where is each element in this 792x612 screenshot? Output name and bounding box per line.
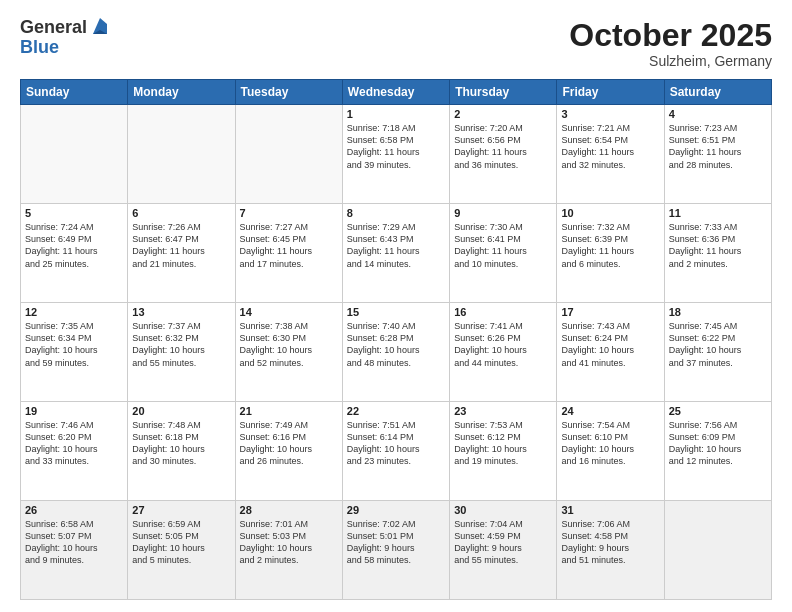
day-number: 20 — [132, 405, 230, 417]
day-number: 16 — [454, 306, 552, 318]
col-tuesday: Tuesday — [235, 80, 342, 105]
table-row — [128, 105, 235, 204]
table-row: 7Sunrise: 7:27 AMSunset: 6:45 PMDaylight… — [235, 204, 342, 303]
logo-general-text: General — [20, 18, 87, 38]
day-info: Sunrise: 7:01 AMSunset: 5:03 PMDaylight:… — [240, 518, 338, 567]
day-number: 23 — [454, 405, 552, 417]
day-info: Sunrise: 7:23 AMSunset: 6:51 PMDaylight:… — [669, 122, 767, 171]
day-number: 27 — [132, 504, 230, 516]
day-info: Sunrise: 6:58 AMSunset: 5:07 PMDaylight:… — [25, 518, 123, 567]
calendar-week-row: 1Sunrise: 7:18 AMSunset: 6:58 PMDaylight… — [21, 105, 772, 204]
day-number: 14 — [240, 306, 338, 318]
day-info: Sunrise: 7:26 AMSunset: 6:47 PMDaylight:… — [132, 221, 230, 270]
location-subtitle: Sulzheim, Germany — [569, 53, 772, 69]
table-row: 14Sunrise: 7:38 AMSunset: 6:30 PMDayligh… — [235, 303, 342, 402]
day-number: 12 — [25, 306, 123, 318]
table-row: 15Sunrise: 7:40 AMSunset: 6:28 PMDayligh… — [342, 303, 449, 402]
day-info: Sunrise: 7:46 AMSunset: 6:20 PMDaylight:… — [25, 419, 123, 468]
day-number: 31 — [561, 504, 659, 516]
table-row: 27Sunrise: 6:59 AMSunset: 5:05 PMDayligh… — [128, 501, 235, 600]
logo-icon — [89, 16, 111, 38]
day-number: 7 — [240, 207, 338, 219]
day-info: Sunrise: 7:04 AMSunset: 4:59 PMDaylight:… — [454, 518, 552, 567]
table-row: 16Sunrise: 7:41 AMSunset: 6:26 PMDayligh… — [450, 303, 557, 402]
table-row: 3Sunrise: 7:21 AMSunset: 6:54 PMDaylight… — [557, 105, 664, 204]
day-info: Sunrise: 7:30 AMSunset: 6:41 PMDaylight:… — [454, 221, 552, 270]
day-info: Sunrise: 7:37 AMSunset: 6:32 PMDaylight:… — [132, 320, 230, 369]
table-row: 11Sunrise: 7:33 AMSunset: 6:36 PMDayligh… — [664, 204, 771, 303]
header: General Blue October 2025 Sulzheim, Germ… — [20, 18, 772, 69]
day-info: Sunrise: 7:24 AMSunset: 6:49 PMDaylight:… — [25, 221, 123, 270]
calendar-week-row: 19Sunrise: 7:46 AMSunset: 6:20 PMDayligh… — [21, 402, 772, 501]
table-row: 5Sunrise: 7:24 AMSunset: 6:49 PMDaylight… — [21, 204, 128, 303]
day-number: 28 — [240, 504, 338, 516]
day-info: Sunrise: 6:59 AMSunset: 5:05 PMDaylight:… — [132, 518, 230, 567]
table-row: 24Sunrise: 7:54 AMSunset: 6:10 PMDayligh… — [557, 402, 664, 501]
day-number: 10 — [561, 207, 659, 219]
table-row: 9Sunrise: 7:30 AMSunset: 6:41 PMDaylight… — [450, 204, 557, 303]
day-info: Sunrise: 7:06 AMSunset: 4:58 PMDaylight:… — [561, 518, 659, 567]
day-number: 11 — [669, 207, 767, 219]
day-number: 15 — [347, 306, 445, 318]
day-number: 21 — [240, 405, 338, 417]
day-info: Sunrise: 7:40 AMSunset: 6:28 PMDaylight:… — [347, 320, 445, 369]
table-row: 21Sunrise: 7:49 AMSunset: 6:16 PMDayligh… — [235, 402, 342, 501]
table-row: 31Sunrise: 7:06 AMSunset: 4:58 PMDayligh… — [557, 501, 664, 600]
day-info: Sunrise: 7:45 AMSunset: 6:22 PMDaylight:… — [669, 320, 767, 369]
day-number: 26 — [25, 504, 123, 516]
calendar-week-row: 12Sunrise: 7:35 AMSunset: 6:34 PMDayligh… — [21, 303, 772, 402]
day-info: Sunrise: 7:35 AMSunset: 6:34 PMDaylight:… — [25, 320, 123, 369]
table-row: 6Sunrise: 7:26 AMSunset: 6:47 PMDaylight… — [128, 204, 235, 303]
col-saturday: Saturday — [664, 80, 771, 105]
table-row: 2Sunrise: 7:20 AMSunset: 6:56 PMDaylight… — [450, 105, 557, 204]
table-row: 25Sunrise: 7:56 AMSunset: 6:09 PMDayligh… — [664, 402, 771, 501]
title-block: October 2025 Sulzheim, Germany — [569, 18, 772, 69]
day-number: 5 — [25, 207, 123, 219]
day-info: Sunrise: 7:54 AMSunset: 6:10 PMDaylight:… — [561, 419, 659, 468]
day-info: Sunrise: 7:41 AMSunset: 6:26 PMDaylight:… — [454, 320, 552, 369]
calendar-table: Sunday Monday Tuesday Wednesday Thursday… — [20, 79, 772, 600]
calendar-header-row: Sunday Monday Tuesday Wednesday Thursday… — [21, 80, 772, 105]
day-info: Sunrise: 7:56 AMSunset: 6:09 PMDaylight:… — [669, 419, 767, 468]
day-number: 8 — [347, 207, 445, 219]
day-number: 6 — [132, 207, 230, 219]
col-wednesday: Wednesday — [342, 80, 449, 105]
table-row: 10Sunrise: 7:32 AMSunset: 6:39 PMDayligh… — [557, 204, 664, 303]
day-number: 29 — [347, 504, 445, 516]
day-number: 3 — [561, 108, 659, 120]
table-row: 28Sunrise: 7:01 AMSunset: 5:03 PMDayligh… — [235, 501, 342, 600]
table-row: 23Sunrise: 7:53 AMSunset: 6:12 PMDayligh… — [450, 402, 557, 501]
day-number: 9 — [454, 207, 552, 219]
calendar-page: General Blue October 2025 Sulzheim, Germ… — [0, 0, 792, 612]
table-row: 20Sunrise: 7:48 AMSunset: 6:18 PMDayligh… — [128, 402, 235, 501]
day-info: Sunrise: 7:20 AMSunset: 6:56 PMDaylight:… — [454, 122, 552, 171]
day-info: Sunrise: 7:33 AMSunset: 6:36 PMDaylight:… — [669, 221, 767, 270]
table-row — [235, 105, 342, 204]
day-info: Sunrise: 7:18 AMSunset: 6:58 PMDaylight:… — [347, 122, 445, 171]
month-title: October 2025 — [569, 18, 772, 53]
table-row: 19Sunrise: 7:46 AMSunset: 6:20 PMDayligh… — [21, 402, 128, 501]
day-info: Sunrise: 7:02 AMSunset: 5:01 PMDaylight:… — [347, 518, 445, 567]
table-row: 26Sunrise: 6:58 AMSunset: 5:07 PMDayligh… — [21, 501, 128, 600]
table-row: 18Sunrise: 7:45 AMSunset: 6:22 PMDayligh… — [664, 303, 771, 402]
logo-blue-text: Blue — [20, 38, 111, 58]
day-info: Sunrise: 7:38 AMSunset: 6:30 PMDaylight:… — [240, 320, 338, 369]
day-number: 2 — [454, 108, 552, 120]
day-info: Sunrise: 7:48 AMSunset: 6:18 PMDaylight:… — [132, 419, 230, 468]
day-info: Sunrise: 7:32 AMSunset: 6:39 PMDaylight:… — [561, 221, 659, 270]
day-info: Sunrise: 7:51 AMSunset: 6:14 PMDaylight:… — [347, 419, 445, 468]
day-number: 4 — [669, 108, 767, 120]
day-number: 18 — [669, 306, 767, 318]
col-friday: Friday — [557, 80, 664, 105]
day-number: 19 — [25, 405, 123, 417]
day-number: 17 — [561, 306, 659, 318]
day-number: 24 — [561, 405, 659, 417]
day-info: Sunrise: 7:21 AMSunset: 6:54 PMDaylight:… — [561, 122, 659, 171]
day-info: Sunrise: 7:27 AMSunset: 6:45 PMDaylight:… — [240, 221, 338, 270]
table-row — [664, 501, 771, 600]
table-row: 1Sunrise: 7:18 AMSunset: 6:58 PMDaylight… — [342, 105, 449, 204]
col-thursday: Thursday — [450, 80, 557, 105]
table-row: 13Sunrise: 7:37 AMSunset: 6:32 PMDayligh… — [128, 303, 235, 402]
day-info: Sunrise: 7:29 AMSunset: 6:43 PMDaylight:… — [347, 221, 445, 270]
day-number: 13 — [132, 306, 230, 318]
